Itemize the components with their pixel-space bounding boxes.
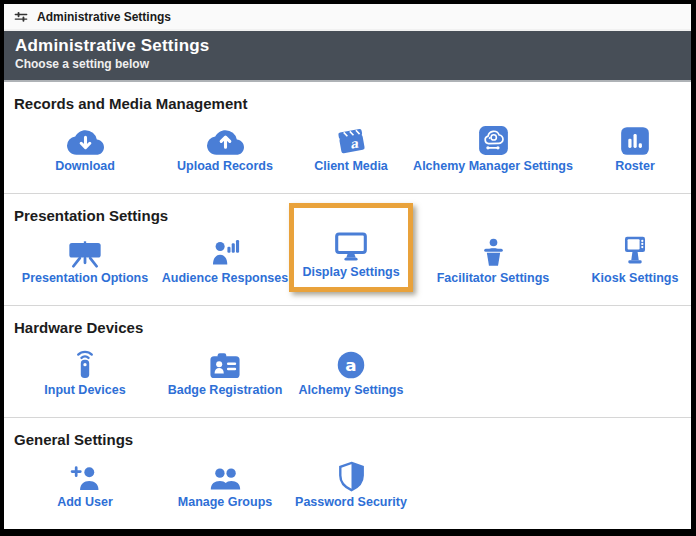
- setting-item-label: Alchemy Settings: [299, 383, 404, 397]
- setting-item-label: Client Media: [314, 159, 388, 173]
- add-user-icon: [69, 459, 102, 492]
- section-presentation-settings: Presentation Settings Presentation Optio…: [4, 194, 691, 306]
- setting-item-download[interactable]: Download: [10, 123, 160, 173]
- setting-item-audience-responses[interactable]: Audience Responses: [160, 235, 290, 285]
- svg-text:a: a: [345, 355, 356, 375]
- setting-item-client-media[interactable]: a Client Media: [290, 123, 412, 173]
- setting-item-label: Presentation Options: [22, 271, 148, 285]
- alchemy-logo-icon: a: [336, 347, 366, 380]
- administrative-settings-window: Administrative Settings Administrative S…: [0, 0, 696, 536]
- monitor-icon: [333, 229, 369, 262]
- setting-item-label: Upload Records: [177, 159, 273, 173]
- section-title: Records and Media Management: [14, 95, 691, 112]
- setting-item-roster[interactable]: Roster: [574, 123, 696, 173]
- person-chart-icon: [210, 235, 241, 268]
- id-badge-icon: [208, 347, 242, 380]
- window-title: Administrative Settings: [37, 10, 171, 24]
- settings-content: Records and Media Management Download: [4, 82, 691, 529]
- setting-item-alchemy-manager-settings[interactable]: Alchemy Manager Settings: [412, 123, 574, 173]
- section-title: General Settings: [14, 431, 691, 448]
- setting-item-display-settings[interactable]: Display Settings: [289, 203, 413, 292]
- setting-item-label: Download: [55, 159, 115, 173]
- setting-item-label: Display Settings: [302, 265, 399, 279]
- setting-item-upload-records[interactable]: Upload Records: [160, 123, 290, 173]
- setting-item-label: Roster: [615, 159, 655, 173]
- setting-item-add-user[interactable]: Add User: [10, 459, 160, 509]
- section-title: Hardware Devices: [14, 319, 691, 336]
- kiosk-icon: [620, 235, 650, 268]
- setting-item-alchemy-settings[interactable]: a Alchemy Settings: [290, 347, 412, 397]
- section-items-row: Input Devices Badge Registration: [4, 347, 691, 410]
- setting-item-label: Password Security: [295, 495, 407, 509]
- setting-item-label: Alchemy Manager Settings: [413, 159, 573, 173]
- cloud-upload-icon: [207, 123, 244, 156]
- section-items-row: Presentation Options Audience Responses: [4, 235, 691, 298]
- podium-speaker-icon: [478, 235, 509, 268]
- setting-item-label: Kiosk Settings: [592, 271, 679, 285]
- section-items-row: Add User Manage Groups: [4, 459, 691, 522]
- section-records-and-media: Records and Media Management Download: [4, 82, 691, 194]
- setting-item-input-devices[interactable]: Input Devices: [10, 347, 160, 397]
- setting-item-badge-registration[interactable]: Badge Registration: [160, 347, 290, 397]
- shield-icon: [337, 459, 366, 492]
- setting-item-facilitator-settings[interactable]: Facilitator Settings: [412, 235, 574, 285]
- setting-item-label: Badge Registration: [168, 383, 283, 397]
- page-subtitle: Choose a setting below: [15, 57, 679, 71]
- page-header: Administrative Settings Choose a setting…: [4, 31, 691, 82]
- setting-item-label: Audience Responses: [162, 271, 288, 285]
- setting-item-label: Input Devices: [44, 383, 125, 397]
- section-hardware-devices: Hardware Devices Input Devices: [4, 306, 691, 418]
- projector-screen-icon: [66, 235, 104, 268]
- cloud-download-icon: [67, 123, 104, 156]
- page-title: Administrative Settings: [15, 36, 679, 56]
- user-group-icon: [208, 459, 243, 492]
- setting-item-kiosk-settings[interactable]: Kiosk Settings: [574, 235, 696, 285]
- media-clapperboard-icon: a: [335, 123, 368, 156]
- window-titlebar: Administrative Settings: [4, 4, 691, 31]
- setting-item-password-security[interactable]: Password Security: [290, 459, 412, 509]
- setting-item-label: Add User: [57, 495, 113, 509]
- setting-item-presentation-options[interactable]: Presentation Options: [10, 235, 160, 285]
- section-items-row: Download Upload Records: [4, 123, 691, 186]
- bar-chart-tile-icon: [620, 123, 650, 156]
- settings-sliders-icon: [14, 10, 28, 24]
- section-general-settings: General Settings Add User: [4, 418, 691, 529]
- setting-item-label: Facilitator Settings: [437, 271, 550, 285]
- remote-control-icon: [71, 347, 99, 380]
- setting-item-manage-groups[interactable]: Manage Groups: [160, 459, 290, 509]
- cloud-sync-tile-icon: [478, 123, 509, 156]
- setting-item-label: Manage Groups: [178, 495, 272, 509]
